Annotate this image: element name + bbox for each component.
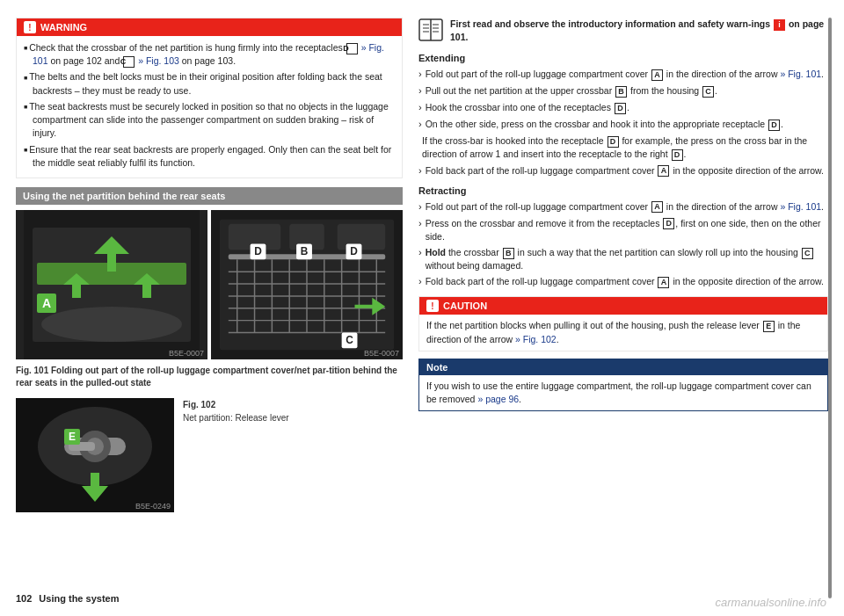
extending-text-3: Hook the crossbar into one of the recept…: [426, 101, 828, 115]
note-box: Note If you wish to use the entire lugga…: [418, 359, 828, 411]
ret-arrow-icon-1: ›: [418, 200, 422, 214]
ret-arrow-icon-4: ›: [418, 275, 422, 289]
extending-item-3: › Hook the crossbar into one of the rece…: [418, 101, 828, 115]
svg-text:D: D: [254, 245, 262, 257]
intro-ref-icon: i: [774, 19, 785, 31]
retracting-list: › Fold out part of the roll-up luggage c…: [418, 200, 828, 290]
intro-note: First read and observe the introductory …: [418, 18, 828, 44]
warning-item-4: Ensure that the rear seat backrests are …: [24, 143, 395, 170]
retracting-item-1: › Fold out part of the roll-up luggage c…: [418, 200, 828, 214]
fig-id-left: B5E-0007: [169, 349, 204, 358]
svg-point-2: [41, 307, 182, 342]
fig103-link[interactable]: » Fig. 103: [138, 55, 179, 66]
svg-text:A: A: [42, 296, 51, 310]
fig102-caption: Fig. 102 Net partition: Release lever: [183, 398, 289, 424]
retracting-item-2: › Press on the crossbar and remove it fr…: [418, 217, 828, 243]
warning-exclamation-icon: !: [24, 21, 36, 33]
svg-text:E: E: [69, 431, 76, 443]
extending-title: Extending: [418, 53, 828, 63]
retracting-text-3: Hold the crossbar B in such a way that t…: [426, 246, 828, 272]
retracting-item-3: › Hold the crossbar B in such a way that…: [418, 246, 828, 272]
fig101-link-ret[interactable]: » Fig. 101: [780, 201, 821, 212]
watermark-text: carmanualsonline.info: [716, 596, 826, 609]
page-number-text: 102: [16, 593, 32, 604]
fig102-id: B5E-0249: [135, 502, 171, 511]
ret-arrow-icon-2: ›: [418, 217, 422, 243]
warning-item-2: The belts and the belt locks must be in …: [24, 70, 395, 97]
fig101-link[interactable]: » Fig. 101: [33, 42, 384, 66]
fig102-link-caution[interactable]: » Fig. 102: [515, 334, 557, 344]
note-header: Note: [419, 359, 827, 375]
svg-text:D: D: [350, 245, 358, 257]
extending-item-6: › Fold back part of the roll-up luggage …: [418, 164, 828, 178]
extending-text-2: Pull out the net partition at the upper …: [426, 84, 828, 98]
ret-arrow-icon-3: ›: [418, 246, 422, 272]
warning-title: WARNING: [40, 22, 87, 33]
retracting-text-1: Fold out part of the roll-up luggage com…: [426, 200, 828, 214]
extending-item-5: If the cross-bar is hooked into the rece…: [418, 134, 828, 161]
extending-item-1: › Fold out part of the roll-up luggage c…: [418, 68, 828, 82]
section-title-text: Using the net partition behind the rear …: [23, 191, 225, 201]
note-content: If you wish to use the entire luggage co…: [419, 375, 827, 410]
extending-text-1: Fold out part of the roll-up luggage com…: [426, 68, 828, 82]
note-title: Note: [426, 362, 447, 373]
extending-text-4: On the other side, press on the crossbar…: [426, 118, 828, 132]
figure-102-box: E B5E-0249: [16, 398, 174, 512]
fig101-caption: Fig. 101 Folding out part of the roll-up…: [16, 365, 403, 389]
page-section-label-text: Using the system: [39, 593, 119, 604]
arrow-icon-2: ›: [418, 84, 422, 98]
arrow-icon-3: ›: [418, 101, 422, 115]
fig-id-right: B5E-0007: [364, 349, 399, 358]
figures-row: A B5E-0007: [16, 210, 403, 359]
caution-text: If the net partition blocks when pulling…: [426, 320, 800, 344]
fig102-title: Fig. 102: [183, 400, 215, 409]
note-text: If you wish to use the entire luggage co…: [426, 380, 811, 404]
page96-link[interactable]: » page 96: [477, 394, 519, 404]
right-divider: [828, 18, 832, 598]
arrow-icon-1: ›: [418, 68, 422, 82]
warning-box: ! WARNING Check that the crossbar of the…: [16, 18, 403, 178]
book-icon: [418, 18, 443, 42]
svg-text:B: B: [301, 245, 309, 257]
figure-101-right: D B D C B5E-0007: [211, 210, 403, 359]
retracting-text-2: Press on the crossbar and remove it from…: [426, 217, 828, 243]
svg-text:C: C: [346, 334, 353, 346]
warning-header: ! WARNING: [17, 18, 402, 36]
left-column: ! WARNING Check that the crossbar of the…: [16, 18, 403, 598]
retracting-text-4: Fold back part of the roll-up luggage co…: [426, 275, 828, 289]
page-number-area: 102 Using the system: [16, 593, 119, 604]
warning-content: Check that the crossbar of the net parti…: [17, 36, 402, 178]
extending-item-4: › On the other side, press on the crossb…: [418, 118, 828, 132]
svg-rect-5: [107, 254, 116, 272]
caution-header: ! CAUTION: [419, 297, 827, 315]
arrow-icon-6: ›: [418, 164, 422, 178]
figure-small-row: E B5E-0249 Fig. 102 Net partition: Relea…: [16, 398, 403, 512]
intro-bold-text: First read and observe the introductory …: [450, 18, 770, 29]
figure-101-left: A B5E-0007: [16, 210, 207, 359]
extending-text-6: Fold back part of the roll-up luggage co…: [426, 164, 828, 178]
caution-content: If the net partition blocks when pulling…: [419, 315, 827, 350]
warning-item-1: Check that the crossbar of the net parti…: [24, 41, 395, 68]
warning-item-3: The seat backrests must be securely lock…: [24, 100, 395, 141]
caution-title: CAUTION: [443, 301, 487, 311]
extending-list: › Fold out part of the roll-up luggage c…: [418, 68, 828, 178]
caution-exclamation-icon: !: [426, 300, 439, 312]
fig101-link-ext[interactable]: » Fig. 101: [780, 69, 821, 79]
arrow-icon-4: ›: [418, 118, 422, 132]
net-partition-header: Using the net partition behind the rear …: [16, 187, 403, 205]
extending-item-2: › Pull out the net partition at the uppe…: [418, 84, 828, 98]
retracting-title: Retracting: [418, 185, 828, 196]
caution-box: ! CAUTION If the net partition blocks wh…: [418, 296, 828, 351]
fig102-text: Net partition: Release lever: [183, 411, 289, 424]
retracting-item-4: › Fold back part of the roll-up luggage …: [418, 275, 828, 289]
intro-text-content: First read and observe the introductory …: [450, 18, 828, 44]
right-column: First read and observe the introductory …: [418, 18, 828, 598]
extending-text-5: If the cross-bar is hooked into the rece…: [422, 134, 828, 161]
